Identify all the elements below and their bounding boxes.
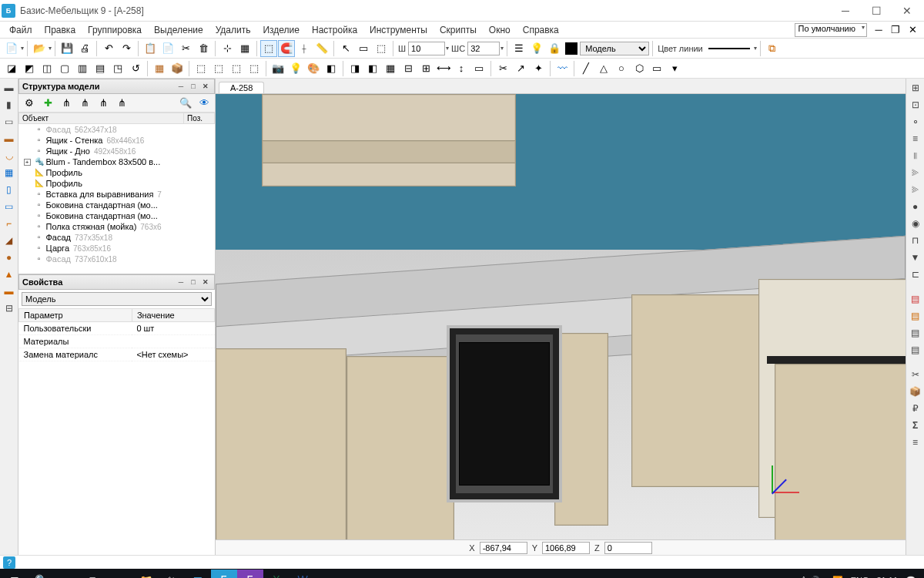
hinge-icon[interactable]: ⚬ [908,114,923,129]
array-icon[interactable]: ▦ [382,60,399,77]
tree-row[interactable]: 📐Профиль [19,178,215,189]
tree-branch2-icon[interactable]: ⋔ [76,95,93,112]
grid-panel-icon[interactable]: ▦ [2,165,17,180]
frame-v-icon[interactable]: ▯ [2,182,17,197]
view-persp-icon[interactable]: ◳ [109,60,126,77]
material-icon[interactable]: ▦ [151,60,168,77]
wood-panel-icon[interactable]: ▬ [2,131,17,146]
props-maximize-icon[interactable]: □ [188,277,199,287]
layers-icon[interactable]: ☰ [511,40,527,57]
snap-point-icon[interactable]: ⊹ [219,40,236,57]
x-input[interactable] [480,542,527,554]
handle-icon[interactable]: ⊓ [908,233,923,248]
profile1-icon[interactable]: ⌐ [2,216,17,231]
rect-icon[interactable]: ▭ [648,60,665,77]
props-row[interactable]: Материалы [19,335,215,348]
ruler-icon[interactable]: 📏 [313,40,330,57]
tree-row[interactable]: ▫Царга763x85x16 [19,243,215,254]
width-input[interactable] [408,42,445,55]
view-side-icon[interactable]: ▥ [74,60,91,77]
excel-task-icon[interactable]: X [263,570,290,578]
frame-h-icon[interactable]: ▭ [2,199,17,214]
panel-close-icon[interactable]: ✕ [200,81,211,92]
tree-row[interactable]: ▫Ящик - Дно492x458x16 [19,146,215,156]
view-iso3-icon[interactable]: ◫ [38,60,55,77]
page-icon[interactable]: ▭ [470,60,487,77]
ortho-icon[interactable]: ⬚ [260,40,277,57]
export-icon[interactable]: ◧ [323,60,340,77]
leg-icon[interactable]: ▼ [908,250,923,265]
camera-icon[interactable]: 📷 [270,60,286,77]
save-icon[interactable]: 💾 [59,40,75,57]
props-row[interactable]: Замена материалс<Нет схемы> [19,348,215,361]
cam-icon[interactable]: ◉ [908,216,923,231]
menu-edit[interactable]: Правка [38,23,82,37]
copy-icon[interactable]: 📋 [142,40,159,57]
drawer-icon[interactable]: ⊟ [2,301,17,316]
dowel-icon[interactable]: ● [908,199,923,214]
taskview-icon[interactable]: ⧉ [80,570,106,578]
tree-eye-icon[interactable]: 👁 [196,95,213,112]
explode-icon[interactable]: ✦ [530,60,547,77]
start-button[interactable]: ⊞ [2,570,28,578]
cut-plane-icon[interactable]: ✂ [494,60,511,77]
menu-file[interactable]: Файл [3,23,38,37]
tree-row[interactable]: ▫Фасад562x347x18 [19,124,215,136]
view-top-icon[interactable]: ▤ [92,60,109,77]
panel-h-icon[interactable]: ▭ [2,114,17,129]
props-selector[interactable]: Модель [22,292,212,306]
mdi-restore-icon[interactable]: ❐ [887,22,904,39]
edge-icon[interactable]: e [106,570,132,578]
snap-edge-icon[interactable]: ⟊ [296,40,313,57]
print-icon[interactable]: 🖨 [76,40,93,57]
mdi-close-icon[interactable]: ✕ [904,22,921,39]
menu-group[interactable]: Группировка [82,23,148,37]
assembly2-icon[interactable]: ⬚ [210,60,227,77]
mirror-h-icon[interactable]: ◨ [346,60,363,77]
assembly1-icon[interactable]: ⬚ [192,60,209,77]
align-icon[interactable]: ⊟ [400,60,417,77]
redo-icon[interactable]: ↷ [118,40,135,57]
line-style-sample[interactable] [708,48,750,49]
props-close-icon[interactable]: ✕ [200,277,211,287]
dim-h-icon[interactable]: ⟷ [435,60,452,77]
light-icon[interactable]: 💡 [287,60,304,77]
tree-branch3-icon[interactable]: ⋔ [95,95,112,112]
tree-add-icon[interactable]: ✚ [39,95,56,112]
delete-icon[interactable]: 🗑 [195,40,212,57]
distribute-icon[interactable]: ⊞ [417,60,434,77]
sphere-icon[interactable]: ● [2,250,17,265]
color-swatch[interactable] [565,42,578,55]
cursor-icon[interactable]: ↖ [337,40,354,57]
tree-row[interactable]: ▫Боковина стандартная (мо... [19,210,215,221]
assembly4-icon[interactable]: ⬚ [246,60,263,77]
section-icon[interactable]: ↗ [512,60,529,77]
explorer-icon[interactable]: 📁 [132,570,159,578]
shelf-icon[interactable]: ▬ [2,80,17,96]
workspace-combo[interactable]: По умолчанию [795,23,867,37]
tree-config-icon[interactable]: ⚙ [21,95,38,112]
notifications-icon[interactable]: 💬 [906,576,916,579]
props-minimize-icon[interactable]: ─ [176,277,186,287]
app2-task-icon[interactable]: Б [237,570,263,578]
hardware2-icon[interactable]: ⊡ [908,97,923,113]
view-iso2-icon[interactable]: ◩ [21,60,38,77]
layer-combo[interactable]: Модель [580,42,649,55]
close-button[interactable]: ✕ [892,1,922,21]
tree-row[interactable]: ▫Вставка для выравнивания7 [19,189,215,200]
menu-help[interactable]: Справка [517,23,565,37]
fastener2-icon[interactable]: ⫴ [908,148,923,163]
render-icon[interactable]: 🎨 [305,60,322,77]
report3-icon[interactable]: ▤ [908,325,923,341]
tree-zoom-icon[interactable]: 🔍 [177,95,194,112]
panel-v-icon[interactable]: ▮ [2,97,17,113]
tree-row[interactable]: ▫Фасад737x35x18 [19,232,215,243]
menu-delete[interactable]: Удалить [209,23,257,37]
tree-row[interactable]: +🔩Blum - Tandembox 83x500 в... [19,156,215,167]
view-front-icon[interactable]: ▢ [56,60,73,77]
package-icon[interactable]: 📦 [908,384,923,399]
tree-row[interactable]: ▫Боковина стандартная (мо... [19,200,215,210]
menu-settings[interactable]: Настройка [306,23,363,37]
menu-product[interactable]: Изделие [256,23,306,37]
viewport-3d[interactable] [216,94,906,539]
